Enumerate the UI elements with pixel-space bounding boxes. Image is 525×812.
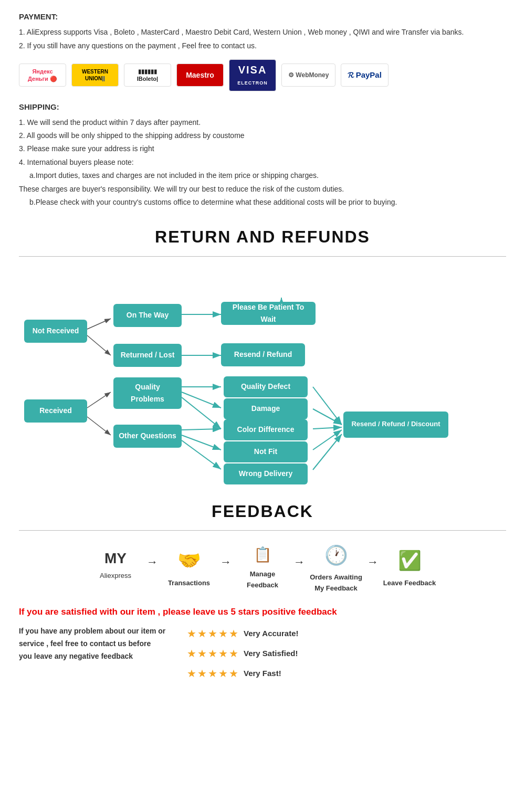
logo-maestro: Maestro (176, 64, 224, 87)
logo-paypal: 𝓡 PayPal (341, 64, 388, 87)
svg-line-17 (313, 427, 342, 429)
svg-line-16 (313, 409, 342, 425)
shipping-item-4a: a.Import duties, taxes and charges are n… (19, 170, 506, 181)
node-color-difference: Color Difference (224, 419, 308, 440)
payment-line1: 1. AliExpress supports Visa , Boleto , M… (19, 26, 506, 38)
leave-feedback-label: Leave Feedback (383, 578, 436, 589)
payment-section: PAYMENT: 1. AliExpress supports Visa , B… (19, 10, 506, 91)
feedback-step-leave: ✅ Leave Feedback (381, 545, 438, 588)
feedback-step-orders: 🕐 Orders AwaitingMy Feedback (307, 540, 365, 594)
node-quality-problems: Quality Problems (113, 377, 182, 409)
node-received: Received (24, 399, 87, 423)
feedback-header: FEEDBACK (19, 498, 506, 525)
star-row-3: ★★★★★ Very Fast! (187, 665, 299, 682)
stars-2: ★★★★★ (187, 645, 239, 662)
svg-line-11 (182, 397, 221, 429)
feedback-step-my: MYAliexpress (87, 551, 144, 583)
svg-line-19 (313, 434, 342, 470)
svg-line-8 (87, 417, 111, 435)
shipping-item-2: 2. All goods will be only shipped to the… (19, 130, 506, 141)
payment-title: PAYMENT: (19, 10, 506, 23)
logo-visa: VISAELECTRON (229, 59, 276, 91)
svg-line-13 (182, 440, 221, 469)
logo-yandex: ЯндексДеньги 🔴 (19, 64, 66, 87)
feedback-arrow-1: → (146, 553, 158, 582)
payment-line2: 2. If you still have any questions on th… (19, 40, 506, 51)
feedback-bottom: If you have any problem about our item o… (19, 625, 506, 682)
transactions-icon: 🤝 (177, 545, 201, 576)
feedback-divider (19, 530, 506, 531)
feedback-step-manage: 📋 ManageFeedback (234, 543, 291, 590)
shipping-item-4b: b.Please check with your country's custo… (19, 196, 506, 208)
feedback-section: FEEDBACK MYAliexpress → 🤝 Transactions →… (19, 498, 506, 682)
node-resend-refund: Resend / Refund (221, 343, 305, 366)
star-row-2: ★★★★★ Very Satisfied! (187, 645, 299, 662)
orders-awaiting-icon: 🕐 (324, 540, 348, 571)
payment-logos: ЯндексДеньги 🔴 WESTERNUNION|| ▮▮▮▮▮▮IBol… (19, 59, 506, 91)
node-returned-lost: Returned / Lost (113, 344, 182, 367)
leave-feedback-icon: ✅ (398, 545, 422, 576)
svg-line-18 (313, 430, 342, 450)
star-label-3: Very Fast! (244, 667, 281, 680)
svg-line-7 (87, 392, 111, 408)
orders-awaiting-label: Orders AwaitingMy Feedback (310, 572, 362, 594)
page-wrapper: PAYMENT: 1. AliExpress supports Visa , B… (0, 0, 525, 692)
flow-diagram: Not Received On The Way Returned / Lost … (19, 262, 512, 482)
stars-section: ★★★★★ Very Accurate! ★★★★★ Very Satisfie… (187, 625, 299, 682)
node-wrong-delivery: Wrong Delivery (224, 463, 308, 484)
logo-boleto: ▮▮▮▮▮▮IBoleto| (124, 64, 171, 87)
manage-feedback-icon: 📋 (254, 543, 272, 567)
feedback-arrow-4: → (367, 553, 379, 582)
feedback-step-transactions: 🤝 Transactions (160, 545, 218, 588)
node-resend-refund-discount: Resend / Refund / Discount (343, 412, 448, 438)
stars-3: ★★★★★ (187, 665, 239, 682)
svg-line-2 (87, 319, 111, 329)
star-row-1: ★★★★★ Very Accurate! (187, 625, 299, 642)
feedback-arrow-3: → (293, 553, 305, 582)
my-aliexpress-icon: MYAliexpress (100, 551, 131, 581)
node-quality-defect: Quality Defect (224, 376, 308, 397)
feedback-steps: MYAliexpress → 🤝 Transactions → 📋 Manage… (19, 540, 506, 594)
node-on-the-way: On The Way (113, 304, 182, 327)
svg-line-15 (313, 387, 342, 425)
shipping-item-4a-cont: These charges are buyer's responsibility… (19, 183, 506, 195)
feedback-note: If you have any problem about our item o… (19, 625, 166, 682)
return-header: RETURN AND REFUNDS (19, 224, 506, 250)
svg-line-10 (182, 392, 221, 408)
node-other-questions: Other Questions (113, 425, 182, 448)
manage-feedback-label: ManageFeedback (247, 569, 278, 591)
shipping-section: SHIPPING: 1. We will send the product wi… (19, 101, 506, 208)
feedback-arrow-2: → (220, 553, 232, 582)
svg-line-3 (87, 335, 111, 355)
node-not-fit: Not Fit (224, 441, 308, 462)
shipping-item-4: 4. International buyers please note: (19, 156, 506, 168)
divider (19, 256, 506, 257)
transactions-label: Transactions (168, 578, 210, 589)
node-not-received: Not Received (24, 320, 87, 343)
logo-western: WESTERNUNION|| (71, 64, 119, 87)
svg-line-12 (182, 435, 221, 450)
shipping-item-1: 1. We will send the product within 7 day… (19, 117, 506, 128)
svg-line-14 (182, 429, 221, 430)
logo-webmoney: ⚙ WebMoney (281, 64, 335, 87)
node-damage: Damage (224, 398, 308, 419)
stars-1: ★★★★★ (187, 625, 239, 642)
star-label-2: Very Satisfied! (244, 647, 298, 660)
shipping-title: SHIPPING: (19, 101, 506, 113)
shipping-item-3: 3. Please make sure your address is righ… (19, 143, 506, 154)
star-label-1: Very Accurate! (244, 627, 299, 640)
return-section: RETURN AND REFUNDS (19, 224, 506, 482)
node-please-wait: Please Be Patient To Wait (221, 302, 316, 325)
feedback-callout: If you are satisfied with our item , ple… (19, 605, 506, 619)
